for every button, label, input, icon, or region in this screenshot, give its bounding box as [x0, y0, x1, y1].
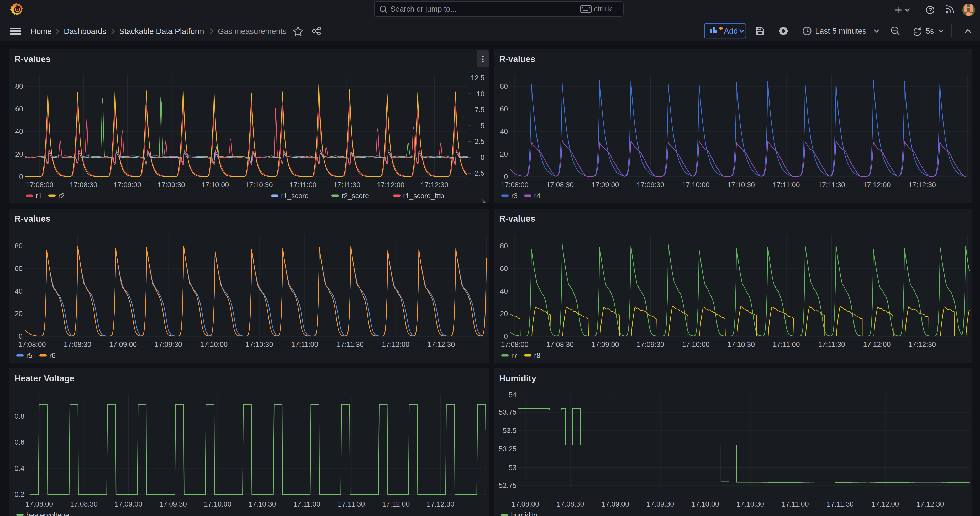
svg-text:40: 40 — [15, 127, 23, 135]
svg-text:17:09:00: 17:09:00 — [591, 181, 619, 189]
svg-text:10: 10 — [477, 90, 485, 98]
svg-text:40: 40 — [500, 287, 508, 295]
svg-text:2.5: 2.5 — [474, 138, 485, 145]
svg-text:R-values: R-values — [14, 54, 51, 64]
svg-text:17:12:30: 17:12:30 — [908, 181, 936, 189]
svg-text:20: 20 — [500, 150, 508, 158]
svg-text:17:09:00: 17:09:00 — [109, 341, 137, 349]
svg-text:60: 60 — [500, 105, 508, 113]
svg-text:20: 20 — [15, 150, 23, 158]
svg-text:17:12:00: 17:12:00 — [382, 500, 410, 508]
svg-text:Dashboards: Dashboards — [64, 27, 106, 35]
svg-text:r2: r2 — [58, 192, 65, 200]
svg-text:17:08:30: 17:08:30 — [70, 500, 98, 508]
svg-text:40: 40 — [15, 287, 22, 295]
svg-text:17:08:00: 17:08:00 — [512, 500, 539, 508]
svg-text:17:10:00: 17:10:00 — [204, 500, 231, 508]
svg-text:80: 80 — [500, 242, 508, 250]
svg-text:r1_score: r1_score — [281, 192, 309, 200]
svg-text:17:11:30: 17:11:30 — [338, 500, 365, 508]
svg-text:17:12:00: 17:12:00 — [863, 341, 891, 349]
svg-text:17:11:00: 17:11:00 — [773, 341, 800, 349]
svg-text:0: 0 — [19, 173, 23, 181]
svg-text:0: 0 — [504, 173, 508, 181]
svg-text:53: 53 — [509, 464, 517, 471]
svg-text:17:09:30: 17:09:30 — [637, 341, 664, 349]
svg-text:80: 80 — [15, 83, 23, 90]
svg-text:20: 20 — [15, 310, 22, 318]
svg-text:17:12:30: 17:12:30 — [916, 500, 944, 508]
svg-text:heatervoltage: heatervoltage — [26, 511, 69, 516]
svg-text:17:10:00: 17:10:00 — [201, 181, 229, 189]
svg-text:7.5: 7.5 — [474, 106, 485, 114]
svg-text:r7: r7 — [511, 352, 517, 360]
svg-text:60: 60 — [500, 265, 508, 272]
svg-text:54: 54 — [509, 391, 517, 399]
svg-text:17:08:30: 17:08:30 — [64, 341, 91, 349]
svg-text:17:11:30: 17:11:30 — [337, 341, 364, 349]
svg-text:17:08:30: 17:08:30 — [557, 500, 584, 508]
svg-text:17:10:30: 17:10:30 — [727, 181, 755, 189]
svg-text:17:09:30: 17:09:30 — [158, 181, 185, 189]
svg-text:17:09:30: 17:09:30 — [637, 181, 664, 189]
svg-text:17:11:30: 17:11:30 — [827, 500, 854, 508]
svg-text:17:09:00: 17:09:00 — [114, 181, 141, 189]
svg-text:0.2: 0.2 — [14, 491, 24, 498]
svg-text:17:10:30: 17:10:30 — [248, 500, 276, 508]
svg-text:Home: Home — [31, 27, 52, 35]
svg-text:?: ? — [928, 6, 932, 14]
svg-text:17:09:00: 17:09:00 — [601, 500, 629, 508]
svg-text:17:11:00: 17:11:00 — [290, 181, 317, 189]
svg-text:0: 0 — [504, 333, 508, 340]
svg-text:17:12:30: 17:12:30 — [908, 341, 936, 349]
svg-text:17:12:00: 17:12:00 — [377, 181, 404, 189]
svg-text:17:08:00: 17:08:00 — [26, 181, 53, 189]
svg-text:17:09:30: 17:09:30 — [159, 500, 187, 508]
svg-text:53.25: 53.25 — [499, 445, 517, 453]
svg-text:17:10:30: 17:10:30 — [245, 181, 273, 189]
svg-text:17:12:30: 17:12:30 — [427, 500, 454, 508]
svg-text:17:11:30: 17:11:30 — [818, 181, 845, 189]
svg-text:17:08:30: 17:08:30 — [546, 341, 574, 349]
svg-text:17:08:00: 17:08:00 — [501, 341, 528, 349]
svg-text:17:08:00: 17:08:00 — [501, 181, 528, 189]
svg-text:53.5: 53.5 — [503, 427, 517, 435]
svg-text:0: 0 — [480, 154, 485, 161]
svg-text:80: 80 — [500, 83, 508, 90]
svg-text:Stackable Data Platform: Stackable Data Platform — [119, 27, 204, 35]
svg-text:17:11:30: 17:11:30 — [333, 181, 360, 189]
svg-text:Gas measurements: Gas measurements — [218, 27, 286, 35]
svg-text:R-values: R-values — [499, 54, 535, 64]
svg-text:humidity: humidity — [511, 511, 538, 516]
svg-text:0.4: 0.4 — [14, 465, 24, 472]
svg-text:5s: 5s — [926, 27, 934, 35]
svg-text:17:10:30: 17:10:30 — [737, 500, 764, 508]
svg-text:17:12:00: 17:12:00 — [871, 500, 899, 508]
svg-text:Last 5 minutes: Last 5 minutes — [815, 27, 866, 35]
svg-text:17:11:00: 17:11:00 — [773, 181, 800, 189]
svg-text:5: 5 — [480, 122, 485, 130]
svg-text:0.8: 0.8 — [14, 412, 24, 420]
svg-text:-2.5: -2.5 — [472, 169, 485, 177]
svg-text:17:10:30: 17:10:30 — [727, 341, 755, 349]
svg-text:52.75: 52.75 — [499, 482, 517, 489]
svg-text:r1: r1 — [36, 192, 42, 200]
svg-text:Humidity: Humidity — [499, 373, 536, 383]
svg-text:0: 0 — [19, 333, 22, 340]
svg-text:17:09:00: 17:09:00 — [115, 500, 142, 508]
svg-text:17:10:00: 17:10:00 — [682, 181, 710, 189]
svg-text:r4: r4 — [534, 192, 540, 200]
svg-text:17:12:30: 17:12:30 — [421, 181, 448, 189]
svg-text:17:11:30: 17:11:30 — [818, 341, 845, 349]
svg-text:R-values: R-values — [499, 214, 535, 223]
svg-text:17:12:30: 17:12:30 — [427, 341, 455, 349]
svg-text:17:10:30: 17:10:30 — [245, 341, 273, 349]
svg-text:17:09:30: 17:09:30 — [646, 500, 674, 508]
svg-text:53.75: 53.75 — [499, 408, 517, 416]
svg-text:r5: r5 — [26, 352, 33, 360]
svg-text:r6: r6 — [49, 352, 56, 360]
svg-text:0.6: 0.6 — [14, 438, 24, 446]
svg-text:17:10:00: 17:10:00 — [682, 341, 710, 349]
svg-text:r8: r8 — [534, 352, 540, 360]
svg-text:17:08:30: 17:08:30 — [546, 181, 574, 189]
